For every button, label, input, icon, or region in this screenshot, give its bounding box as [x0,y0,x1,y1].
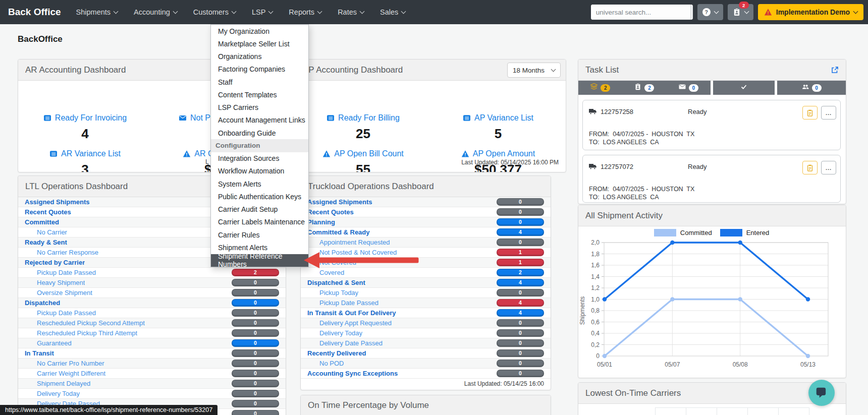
metric-label[interactable]: AP Open Amount [473,149,535,158]
data-point[interactable] [738,241,742,245]
op-row-label[interactable]: No Carrier [25,228,67,236]
metric-label[interactable]: AR Variance List [61,149,121,158]
op-row-label[interactable]: Delivery Today [25,390,80,397]
op-row-label[interactable]: Pickup Date Passed [307,299,378,307]
count-badge[interactable]: 0 [232,289,279,297]
task-tab-people[interactable]: 0 [802,83,822,92]
metric-label[interactable]: AP Variance List [474,113,533,123]
menu-item-account-management-links[interactable]: Account Management Links [211,114,308,127]
op-row-label[interactable]: Rejected by Carrier [25,259,85,266]
task-item[interactable]: 122757258 Ready ... FROM: 04/07/2025 - H… [582,100,841,150]
count-badge[interactable]: 2 [232,269,279,276]
count-badge[interactable]: 0 [232,279,279,286]
task-tab-segment[interactable] [713,81,775,95]
task-notes-button[interactable] [802,161,818,174]
op-row-label[interactable]: Pickup Date Passed [25,309,96,317]
op-row-label[interactable]: Recent Quotes [307,208,354,216]
menu-item-carrier-audit-setup[interactable]: Carrier Audit Setup [211,203,308,216]
menu-item-content-templates[interactable]: Content Templates [211,88,308,101]
task-tab-check[interactable] [740,83,747,92]
menu-item-carrier-rules[interactable]: Carrier Rules [211,228,308,241]
op-row-label[interactable]: Accounting Sync Exceptions [307,370,398,377]
count-badge[interactable]: 0 [232,360,279,367]
count-badge[interactable]: 0 [232,400,279,407]
op-row-label[interactable]: Assigned Shipments [307,198,372,206]
count-badge[interactable]: 0 [497,349,544,357]
count-badge[interactable]: 0 [497,289,544,297]
menu-item-system-alerts[interactable]: System Alerts [211,177,308,190]
count-badge[interactable]: 0 [497,329,544,337]
op-row-label[interactable]: Assigned Shipments [25,198,90,206]
op-row-label[interactable]: Ready & Sent [25,239,67,246]
app-brand[interactable]: Back Office [8,7,61,18]
count-badge[interactable]: 1 [497,249,544,256]
op-row-label[interactable]: Heavy Shipment [25,279,85,286]
count-badge[interactable]: 0 [497,218,544,226]
op-row-label[interactable]: Carrier Weight Different [25,370,105,377]
count-badge[interactable]: 0 [497,319,544,327]
data-point[interactable] [806,354,810,358]
menu-item-onboarding-guide[interactable]: Onboarding Guide [211,127,308,139]
count-badge[interactable]: 0 [232,299,279,307]
op-row-label[interactable]: Delivery Appt Requested [307,319,392,327]
op-row-label[interactable]: Shipment Delayed [25,380,90,387]
menu-item-workflow-automation[interactable]: Workflow Automation [211,165,308,177]
search-button[interactable] [690,5,693,20]
search-input[interactable] [591,5,690,20]
shipment-number[interactable]: 122757072 [601,163,633,170]
op-row-label[interactable]: Recently Delivered [307,349,366,357]
menu-item-carrier-labels-maintenance[interactable]: Carrier Labels Maintenance [211,216,308,228]
count-badge[interactable]: 0 [232,349,279,357]
data-point[interactable] [670,297,674,301]
menu-item-marketplace-seller-list[interactable]: Marketplace Seller List [211,37,308,50]
task-tab-layers[interactable]: 2 [590,83,610,92]
count-badge[interactable]: 0 [497,198,544,206]
menu-item-staff[interactable]: Staff [211,76,308,88]
task-notes-button[interactable] [802,106,818,120]
op-row-label[interactable]: Dispatched & Sent [307,279,365,286]
op-row-label[interactable]: Dispatched [25,299,60,307]
notifications-menu-button[interactable]: 2 [728,4,753,20]
op-row-label[interactable]: No Carrier Response [25,249,98,256]
data-point[interactable] [738,297,742,301]
external-link-icon[interactable] [831,66,839,74]
data-point[interactable] [603,354,607,358]
menu-item-integration-sources[interactable]: Integration Sources [211,152,308,165]
nav-item-customers[interactable]: Customers [185,0,244,24]
task-tab-segment[interactable]: 0 [777,81,846,95]
op-row-label[interactable]: Committed [25,218,59,226]
op-row-label[interactable]: Recent Quotes [25,208,71,216]
count-badge[interactable]: 0 [232,390,279,397]
op-row-label[interactable]: Planning [307,218,335,226]
nav-item-lsp[interactable]: LSP [244,0,281,24]
count-badge[interactable]: 0 [232,370,279,377]
count-badge[interactable]: 0 [497,239,544,246]
nav-item-rates[interactable]: Rates [330,0,372,24]
chat-widget-button[interactable] [808,380,835,406]
menu-item-organizations[interactable]: Organizations [211,50,308,63]
metric-label[interactable]: Not P [190,113,210,123]
count-badge[interactable]: 4 [497,309,544,317]
data-point[interactable] [603,297,607,301]
nav-item-reports[interactable]: Reports [281,0,330,24]
data-point[interactable] [670,241,674,245]
task-tab-clipboard[interactable]: 2 [634,83,654,92]
period-selector[interactable]: 18 Months [507,63,561,78]
op-row-label[interactable]: Guaranteed [25,339,72,347]
menu-item-lsp-carriers[interactable]: LSP Carriers [211,101,308,114]
metric-label[interactable]: Ready For Billing [338,113,400,123]
count-badge[interactable]: 0 [497,208,544,216]
count-badge[interactable]: 0 [232,380,279,387]
op-row-label[interactable]: Rescheduled Pickup Second Attempt [25,319,145,327]
metric-label[interactable]: Ready For Invoicing [55,113,127,123]
task-tab-segment[interactable]: 220 [578,81,711,95]
data-point[interactable] [806,297,810,301]
nav-item-shipments[interactable]: Shipments [68,0,126,24]
count-badge[interactable]: 0 [497,339,544,347]
task-item[interactable]: 122757072 Ready ... FROM: 04/07/2025 - H… [582,155,841,203]
count-badge[interactable]: 0 [232,339,279,347]
count-badge[interactable]: 4 [497,228,544,236]
nav-item-accounting[interactable]: Accounting [126,0,185,24]
environment-button[interactable]: Implementation Demo [758,4,863,20]
count-badge[interactable]: 0 [232,410,279,415]
